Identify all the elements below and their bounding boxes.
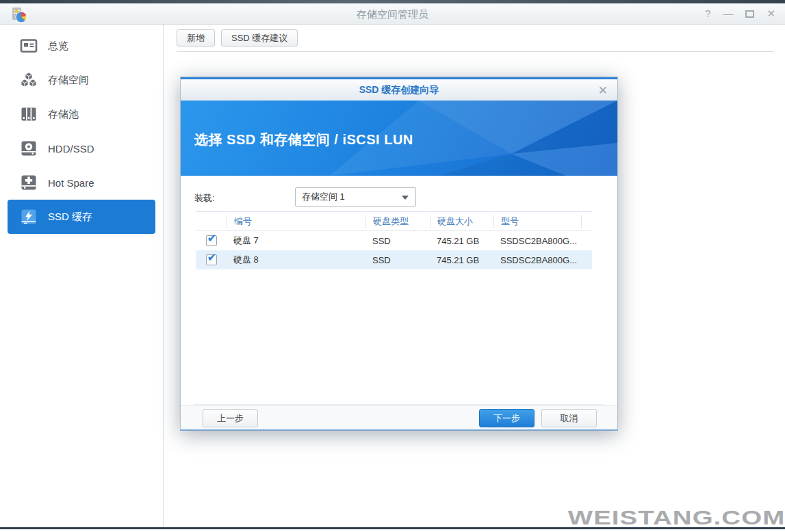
minimize-icon[interactable]: — [723,8,733,20]
column-header-type[interactable]: 硬盘类型 [365,215,430,228]
ssd-cache-wizard-dialog: SSD 缓存创建向导 ✕ 选择 SSD 和存储空间 / iSCSI LUN 装载… [180,77,618,431]
wizard-step-title: 选择 SSD 和存储空间 / iSCSI LUN [194,131,413,149]
next-button[interactable]: 下一步 [479,409,535,427]
disk-table-header: 编号 硬盘类型 硬盘大小 型号 [196,212,592,231]
disk-type: SSD [365,236,430,246]
desktop-bottom-edge [0,527,785,529]
sidebar: 总览 存储空间 [0,25,164,527]
disk-size: 745.21 GB [430,255,493,265]
column-header-number[interactable]: 编号 [227,215,365,228]
sidebar-item-label: 总览 [48,40,68,53]
toolbar-separator [177,51,774,52]
close-icon[interactable]: ✕ [767,8,775,20]
ssd-cache-icon [20,208,38,226]
storage-manager-window: 存储空间管理员 ? — ✕ 总览 [0,0,785,532]
volume-icon [20,71,38,89]
maximize-icon[interactable] [745,10,754,18]
dialog-body: 装载: 存储空间 1 编号 硬盘类型 硬盘大小 型号 ✔ [181,176,617,405]
disk7-checkbox[interactable]: ✔ [206,235,217,246]
disk-size: 745.21 GB [430,236,493,246]
sidebar-item-volume[interactable]: 存储空间 [8,63,155,97]
ssd-cache-advice-button[interactable]: SSD 缓存建议 [221,29,298,46]
column-header-size[interactable]: 硬盘大小 [430,215,493,228]
chevron-down-icon [402,196,409,200]
overview-icon [20,37,38,55]
dialog-close-icon[interactable]: ✕ [598,83,608,98]
sidebar-item-label: Hot Spare [48,177,94,189]
column-header-spacer [581,215,592,228]
mount-target-select[interactable]: 存储空间 1 [295,187,416,207]
checkmark-icon: ✔ [207,235,217,245]
sidebar-item-label: 存储池 [48,108,79,121]
sidebar-item-hot-spare[interactable]: Hot Spare [8,165,155,200]
disk-number: 硬盘 8 [227,254,365,266]
footer-separator [194,404,604,405]
sidebar-item-storage-pool[interactable]: 存储池 [8,97,155,131]
cancel-button[interactable]: 取消 [541,409,597,427]
sidebar-item-ssd-cache[interactable]: SSD 缓存 [8,200,155,234]
sidebar-item-label: HDD/SSD [48,143,94,155]
add-button[interactable]: 新增 [177,29,215,46]
window-title: 存储空间管理员 [0,8,785,21]
checkmark-icon: ✔ [207,254,217,265]
sidebar-item-label: 存储空间 [48,74,89,87]
hot-spare-icon [20,174,38,191]
disk8-checkbox[interactable]: ✔ [206,254,217,265]
disk-type: SSD [365,255,430,265]
dialog-title: SSD 缓存创建向导 [359,84,439,96]
hdd-icon [20,139,38,157]
storage-pool-icon [20,105,38,123]
help-icon[interactable]: ? [705,8,710,20]
table-row-disk7[interactable]: ✔ 硬盘 7 SSD 745.21 GB SSDSC2BA800G... [196,231,592,250]
toolbar: 新增 SSD 缓存建议 [164,25,785,46]
sidebar-item-label: SSD 缓存 [48,211,92,224]
disk-number: 硬盘 7 [227,235,365,247]
mount-target-value: 存储空间 1 [302,191,345,202]
dialog-header-banner: 选择 SSD 和存储空间 / iSCSI LUN [181,101,617,176]
disk-table: 编号 硬盘类型 硬盘大小 型号 ✔ 硬盘 7 SSD 745.21 GB S [196,211,592,269]
dialog-titlebar[interactable]: SSD 缓存创建向导 ✕ [181,77,617,101]
checkbox-column-header [196,215,227,228]
disk-model: SSDSC2BA800G... [493,236,581,246]
dialog-footer: 上一步 下一步 取消 [181,405,617,429]
window-titlebar: 存储空间管理员 ? — ✕ [0,3,785,25]
watermark-text: WEISTANG.COM [568,506,785,529]
back-button[interactable]: 上一步 [203,409,258,427]
sidebar-item-hdd-ssd[interactable]: HDD/SSD [8,131,155,165]
disk-model: SSDSC2BA800G... [493,255,581,265]
table-row-disk8[interactable]: ✔ 硬盘 8 SSD 745.21 GB SSDSC2BA800G... [196,250,592,269]
mount-label: 装载: [194,192,215,204]
sidebar-item-overview[interactable]: 总览 [8,29,155,63]
column-header-model[interactable]: 型号 [493,215,581,228]
